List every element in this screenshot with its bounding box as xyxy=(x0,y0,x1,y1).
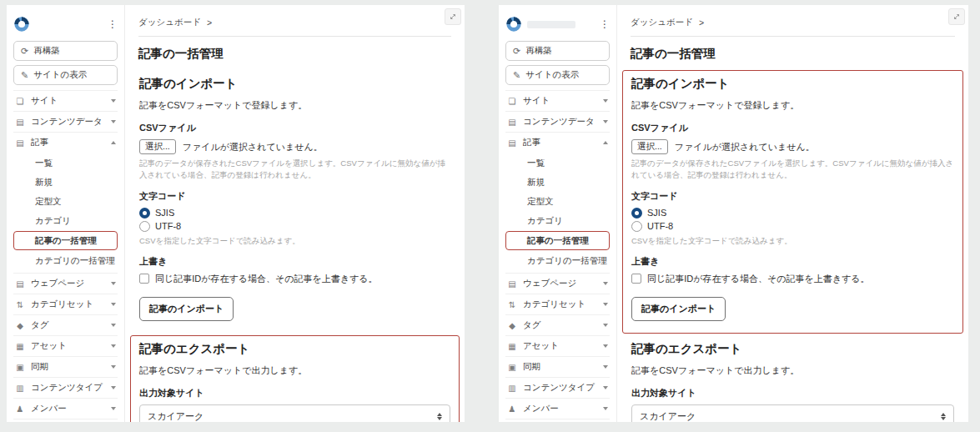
radio-checked-icon[interactable] xyxy=(631,208,642,219)
import-radio-sjis[interactable]: SJIS xyxy=(139,208,450,219)
sidebar-item-label: ウェブページ xyxy=(523,278,576,289)
sidebar-subitem[interactable]: カテゴリ xyxy=(505,211,610,230)
import-submit-button[interactable]: 記事のインポート xyxy=(139,297,234,321)
chevron-down-icon xyxy=(603,99,608,103)
member-icon: ♟ xyxy=(507,404,517,414)
sidebar-subitem[interactable]: カテゴリ xyxy=(13,211,118,230)
sidebar-header: ⋮ xyxy=(505,12,610,37)
sidebar-item-entry[interactable]: ▤記事 xyxy=(505,132,610,153)
app-panel: ⋮ ⟳ 再構築 ✎ サイトの表示 ❏サイト▤コンテンツデータ▤記事一覧新規定型文… xyxy=(7,5,465,422)
sidebar-item-sync[interactable]: ▣同期 xyxy=(13,356,118,377)
sidebar-item-asset[interactable]: ▦アセット xyxy=(505,335,610,356)
file-status-text: ファイルが選択されていません。 xyxy=(183,141,323,153)
sidebar-subitem-active[interactable]: 記事の一括管理 xyxy=(13,231,118,250)
file-input-row: 選択... ファイルが選択されていません。 xyxy=(631,139,954,154)
import-radio-sjis[interactable]: SJIS xyxy=(631,208,954,219)
overwrite-checkbox-row[interactable]: 同じ記事IDが存在する場合、その記事を上書きする。 xyxy=(139,273,450,285)
sidebar-header: ⋮ xyxy=(13,12,118,37)
view-site-button[interactable]: ✎ サイトの表示 xyxy=(13,65,118,85)
import-description: 記事をCSVフォーマットで登録します。 xyxy=(631,99,954,112)
sidebar-item-label: ウェブページ xyxy=(31,278,84,289)
sidebar-item-category-set[interactable]: ⇅カテゴリセット xyxy=(505,294,610,314)
sidebar-item-webpage[interactable]: ▤ウェブページ xyxy=(13,273,118,294)
overwrite-checkbox-label: 同じ記事IDが存在する場合、その記事を上書きする。 xyxy=(647,273,870,285)
radio-unchecked-icon[interactable] xyxy=(631,221,642,232)
csv-file-help: 記事のデータが保存されたCSVファイルを選択します。CSVファイルに無効な値が挿… xyxy=(139,158,450,182)
import-radio-utf8[interactable]: UTF-8 xyxy=(139,221,450,232)
radio-checked-icon[interactable] xyxy=(139,208,150,219)
rebuild-icon: ⟳ xyxy=(513,46,520,57)
expand-panel-button[interactable] xyxy=(445,8,461,25)
import-heading: 記事のインポート xyxy=(631,76,954,92)
file-input-row: 選択... ファイルが選択されていません。 xyxy=(139,139,450,154)
view-site-button[interactable]: ✎ サイトの表示 xyxy=(505,65,610,85)
select-value: スカイアーク xyxy=(148,410,204,422)
sidebar-item-workflow[interactable]: ▣ワークフロー xyxy=(13,419,118,422)
tag-icon: ◆ xyxy=(15,321,25,330)
checkbox-unchecked-icon[interactable] xyxy=(631,274,641,284)
overwrite-checkbox-row[interactable]: 同じ記事IDが存在する場合、その記事を上書きする。 xyxy=(631,273,954,285)
sidebar-item-member[interactable]: ♟メンバー xyxy=(505,398,610,419)
app-logo-icon xyxy=(13,16,30,33)
site-icon: ❏ xyxy=(507,97,517,106)
diagonal-expand-icon xyxy=(449,13,457,21)
sidebar-item-content-type[interactable]: ▥コンテンツタイプ xyxy=(13,377,118,398)
rebuild-label: 再構築 xyxy=(525,45,552,57)
rebuild-button[interactable]: ⟳ 再構築 xyxy=(505,41,610,61)
expand-panel-button[interactable] xyxy=(948,8,965,25)
sidebar-item-content-data[interactable]: ▤コンテンツデータ xyxy=(505,111,610,132)
sidebar-subitem[interactable]: 一覧 xyxy=(505,153,610,173)
page-root: ⋮ ⟳ 再構築 ✎ サイトの表示 ❏サイト▤コンテンツデータ▤記事一覧新規定型文… xyxy=(0,0,980,432)
sidebar-item-content-data[interactable]: ▤コンテンツデータ xyxy=(13,111,118,132)
export-heading: 記事のエクスポート xyxy=(139,341,450,357)
view-site-label: サイトの表示 xyxy=(33,69,87,81)
export-site-select[interactable]: スカイアーク xyxy=(139,404,450,422)
sidebar-submenu: 一覧新規定型文カテゴリ記事の一括管理カテゴリの一括管理 xyxy=(505,153,610,273)
breadcrumb: ダッシュボード > xyxy=(138,13,451,37)
sidebar-item-category-set[interactable]: ⇅カテゴリセット xyxy=(13,294,118,314)
kebab-menu-icon[interactable]: ⋮ xyxy=(108,19,118,29)
breadcrumb-dashboard-link[interactable]: ダッシュボード xyxy=(138,17,201,28)
sidebar-item-webpage[interactable]: ▤ウェブページ xyxy=(505,273,610,294)
sidebar-subitem-active[interactable]: 記事の一括管理 xyxy=(505,231,610,250)
overwrite-label: 上書き xyxy=(631,255,954,268)
sidebar-item-sync[interactable]: ▣同期 xyxy=(505,356,610,377)
sidebar-item-asset[interactable]: ▦アセット xyxy=(13,335,118,356)
sidebar-subitem[interactable]: 一覧 xyxy=(13,153,118,173)
sidebar-subitem[interactable]: 定型文 xyxy=(13,192,118,211)
sidebar-subitem[interactable]: 新規 xyxy=(505,173,610,192)
sidebar-item-label: カテゴリセット xyxy=(523,299,585,310)
sidebar-item-label: 記事 xyxy=(31,137,48,148)
sidebar-item-site[interactable]: ❏サイト xyxy=(505,90,610,111)
page-title: 記事の一括管理 xyxy=(138,46,451,62)
export-site-label: 出力対象サイト xyxy=(631,387,954,399)
view-site-icon: ✎ xyxy=(21,70,28,81)
chevron-down-icon xyxy=(111,324,116,327)
sidebar-subitem[interactable]: カテゴリの一括管理 xyxy=(13,251,118,270)
sidebar-item-tag[interactable]: ◆タグ xyxy=(13,314,118,335)
sidebar-item-member[interactable]: ♟メンバー xyxy=(13,398,118,419)
import-submit-button[interactable]: 記事のインポート xyxy=(631,297,726,321)
content-data-icon: ▤ xyxy=(15,118,25,127)
kebab-menu-icon[interactable]: ⋮ xyxy=(600,19,610,29)
breadcrumb-dashboard-link[interactable]: ダッシュボード xyxy=(631,17,693,28)
sidebar-item-workflow[interactable]: ▣ワークフロー xyxy=(505,419,610,422)
app-panel: ⋮ ⟳ 再構築 ✎ サイトの表示 ❏サイト▤コンテンツデータ▤記事一覧新規定型文… xyxy=(499,5,968,422)
file-select-button[interactable]: 選択... xyxy=(631,139,668,154)
sidebar-subitem[interactable]: 新規 xyxy=(13,173,118,192)
sidebar-item-tag[interactable]: ◆タグ xyxy=(505,314,610,335)
rebuild-button[interactable]: ⟳ 再構築 xyxy=(13,41,118,61)
sidebar-item-content-type[interactable]: ▥コンテンツタイプ xyxy=(505,377,610,398)
sidebar-subitem[interactable]: カテゴリの一括管理 xyxy=(505,251,610,270)
file-select-button[interactable]: 選択... xyxy=(139,139,176,154)
sidebar-subitem[interactable]: 定型文 xyxy=(505,192,610,211)
checkbox-unchecked-icon[interactable] xyxy=(139,274,149,284)
content-type-icon: ▥ xyxy=(507,384,517,393)
radio-unchecked-icon[interactable] xyxy=(139,221,150,232)
export-site-select[interactable]: スカイアーク xyxy=(631,404,954,422)
site-icon: ❏ xyxy=(15,97,25,106)
chevron-down-icon xyxy=(603,324,608,327)
import-radio-utf8[interactable]: UTF-8 xyxy=(631,221,954,232)
sidebar-item-site[interactable]: ❏サイト xyxy=(13,90,118,111)
sidebar-item-entry[interactable]: ▤記事 xyxy=(13,132,118,153)
